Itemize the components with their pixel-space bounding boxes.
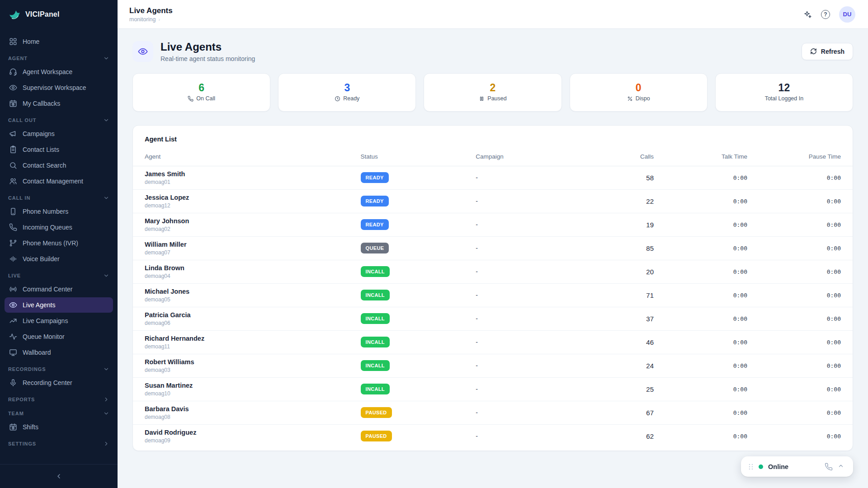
campaign-cell: - (464, 166, 586, 189)
chevron-up-icon[interactable] (838, 463, 846, 471)
sidebar-section-live[interactable]: LIVE (0, 267, 118, 281)
sidebar-item-incoming-queues[interactable]: Incoming Queues (5, 220, 113, 235)
table-row[interactable]: Jessica Lopezdemoag12READY-220:000:00 (133, 189, 853, 213)
help-icon[interactable]: ? (821, 10, 830, 19)
sidebar-item-contact-management[interactable]: Contact Management (5, 174, 113, 189)
table-row[interactable]: Mary Johnsondemoag02READY-190:000:00 (133, 213, 853, 236)
calls-cell: 67 (586, 401, 665, 424)
stat-card-on-call: 6On Call (132, 73, 270, 112)
table-row[interactable]: Susan Martinezdemoag10INCALL-250:000:00 (133, 377, 853, 401)
sidebar: VICIPanel HomeAGENTAgent WorkspaceSuperv… (0, 0, 118, 488)
table-row[interactable]: William Millerdemoag07QUEUE-850:000:00 (133, 236, 853, 260)
agent-name: David Rodriguez (145, 429, 337, 436)
sidebar-section-call-in[interactable]: CALL IN (0, 189, 118, 203)
sidebar-item-my-callbacks[interactable]: My Callbacks (5, 96, 113, 111)
sidebar-item-live-agents[interactable]: Live Agents (5, 297, 113, 313)
table-row[interactable]: James Smithdemoag01READY-580:000:00 (133, 166, 853, 189)
table-row[interactable]: Robert Williamsdemoag03INCALL-240:000:00 (133, 354, 853, 377)
hero-subtitle: Real-time agent status monitoring (160, 55, 255, 62)
online-status-dot (759, 465, 763, 469)
sidebar-item-recording-center[interactable]: Recording Center (5, 375, 113, 390)
activity-icon (9, 333, 17, 341)
table-row[interactable]: Barbara Davisdemoag08PAUSED-670:000:00 (133, 401, 853, 424)
sparkles-icon[interactable] (803, 10, 812, 19)
table-row[interactable]: Michael Jonesdemoag05INCALL-710:000:00 (133, 283, 853, 307)
sidebar-section-team[interactable]: TEAM (0, 405, 118, 419)
stat-label: Total Logged In (765, 95, 804, 102)
agent-table-body: James Smithdemoag01READY-580:000:00Jessi… (133, 166, 853, 448)
agent-id: demoag06 (145, 320, 337, 326)
sidebar-item-contact-lists[interactable]: Contact Lists (5, 142, 113, 157)
talk-time-cell: 0:00 (665, 307, 759, 330)
chevron-right-icon (103, 396, 109, 403)
sidebar-item-label: Command Center (23, 286, 73, 293)
brand[interactable]: VICIPanel (0, 0, 118, 27)
sidebar-item-supervisor-workspace[interactable]: Supervisor Workspace (5, 80, 113, 95)
pause-time-cell: 0:00 (759, 307, 853, 330)
sidebar-item-agent-workspace[interactable]: Agent Workspace (5, 64, 113, 80)
section-label: AGENT (8, 56, 28, 61)
breadcrumb-item[interactable]: monitoring (129, 16, 156, 23)
breadcrumb[interactable]: monitoring › (129, 16, 173, 23)
sidebar-item-voice-builder[interactable]: Voice Builder (5, 251, 113, 267)
sidebar-item-phone-menus-ivr[interactable]: Phone Menus (IVR) (5, 235, 113, 251)
sidebar-item-label: Voice Builder (23, 255, 60, 263)
agent-table-head: AgentStatusCampaignCallsTalk TimePause T… (133, 147, 853, 166)
sidebar-section-settings[interactable]: SETTINGS (0, 435, 118, 449)
campaign-cell: - (464, 377, 586, 401)
topbar-actions: ? DU (803, 6, 855, 23)
sidebar-section-reports[interactable]: REPORTS (0, 391, 118, 405)
drag-handle-icon[interactable] (748, 463, 754, 470)
grid-icon (9, 38, 17, 46)
refresh-button[interactable]: Refresh (802, 43, 853, 60)
talk-time-cell: 0:00 (665, 283, 759, 307)
softphone-status-widget[interactable]: Online (741, 456, 853, 477)
sidebar-item-campaigns[interactable]: Campaigns (5, 126, 113, 141)
agent-id: demoag02 (145, 226, 337, 232)
sidebar-item-live-campaigns[interactable]: Live Campaigns (5, 313, 113, 328)
stat-label: Dispo (636, 95, 650, 102)
sidebar-item-shifts[interactable]: Shifts (5, 419, 113, 435)
calls-cell: 20 (586, 260, 665, 283)
sidebar-section-recordings[interactable]: RECORDINGS (0, 361, 118, 375)
phone-icon[interactable] (825, 463, 833, 471)
stat-card-total-logged-in: 12Total Logged In (715, 73, 853, 112)
table-row[interactable]: Patricia Garciademoag06INCALL-370:000:00 (133, 307, 853, 330)
eye-icon (9, 84, 17, 92)
agent-id: demoag10 (145, 390, 337, 397)
campaign-cell: - (464, 213, 586, 236)
table-row[interactable]: Linda Browndemoag04INCALL-200:000:00 (133, 260, 853, 283)
sidebar-item-home[interactable]: Home (5, 34, 113, 49)
sidebar-item-command-center[interactable]: Command Center (5, 282, 113, 297)
status-badge: READY (361, 219, 389, 230)
sidebar-item-label: Live Agents (23, 301, 55, 309)
stat-label: Paused (487, 95, 506, 102)
agent-id: demoag12 (145, 202, 337, 209)
refresh-label: Refresh (821, 48, 844, 55)
column-header-pause-time: Pause Time (759, 147, 853, 166)
talk-time-cell: 0:00 (665, 330, 759, 354)
sidebar-item-wallboard[interactable]: Wallboard (5, 345, 113, 360)
section-label: CALL IN (8, 195, 30, 201)
table-row[interactable]: David Rodriguezdemoag09PAUSED-620:000:00 (133, 424, 853, 448)
waveform-icon (9, 255, 17, 263)
sidebar-item-queue-monitor[interactable]: Queue Monitor (5, 329, 113, 344)
user-avatar[interactable]: DU (839, 6, 855, 23)
sidebar-section-agent[interactable]: AGENT (0, 50, 118, 64)
pause-icon (479, 96, 485, 102)
sidebar-item-label: Phone Numbers (23, 208, 68, 215)
topbar-heading: Live Agents monitoring › (129, 6, 173, 23)
status-badge: INCALL (361, 313, 390, 324)
campaign-cell: - (464, 236, 586, 260)
table-row[interactable]: Richard Hernandezdemoag11INCALL-460:000:… (133, 330, 853, 354)
sidebar-item-phone-numbers[interactable]: Phone Numbers (5, 204, 113, 219)
refresh-icon (810, 48, 817, 55)
sidebar-section-call-out[interactable]: CALL OUT (0, 112, 118, 126)
sidebar-item-label: Contact Search (23, 162, 66, 169)
status-badge: INCALL (361, 360, 390, 371)
sidebar-collapse-button[interactable] (52, 470, 65, 483)
calls-cell: 22 (586, 189, 665, 213)
sidebar-item-contact-search[interactable]: Contact Search (5, 158, 113, 173)
page-content: Live Agents Real-time agent status monit… (118, 29, 868, 488)
section-label: REPORTS (8, 397, 35, 402)
